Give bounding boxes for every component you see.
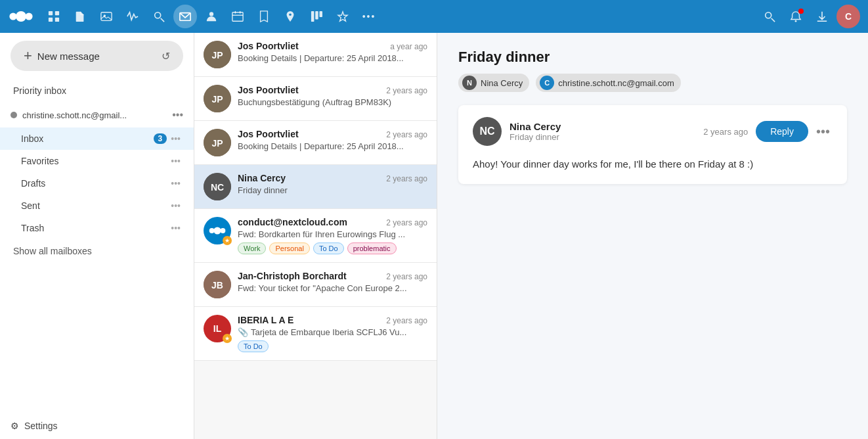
priority-inbox-label: Priority inbox	[13, 85, 66, 96]
avatar: IL ★	[204, 315, 231, 342]
sidebar-item-drafts[interactable]: Drafts •••	[0, 172, 194, 195]
email-time: 2 years ago	[386, 218, 427, 227]
new-message-button[interactable]: + New message ↺	[11, 41, 183, 71]
search-icon[interactable]	[147, 5, 171, 28]
email-list: JP Jos Poortvliet a year ago Booking Det…	[194, 33, 437, 439]
svg-point-33	[209, 228, 215, 233]
email-time: 2 years ago	[386, 174, 427, 183]
mail-icon[interactable]	[173, 5, 197, 28]
priority-inbox-item[interactable]: Priority inbox	[0, 79, 194, 103]
trash-label: Trash	[21, 223, 44, 233]
recipient-avatar-christine: C	[540, 76, 554, 90]
inbox-label: Inbox	[21, 133, 43, 144]
email-time: 2 years ago	[386, 130, 427, 139]
user-avatar[interactable]: C	[836, 5, 860, 28]
deck-icon[interactable]	[305, 5, 328, 28]
email-subject: Fwd: Bordkarten für Ihren Eurowings Flug…	[238, 229, 427, 239]
svg-rect-19	[315, 11, 318, 20]
notes-icon[interactable]	[252, 5, 276, 28]
email-item[interactable]: NC Nina Cercy 2 years ago Friday dinner	[194, 165, 437, 209]
assistant-icon[interactable]	[331, 5, 355, 28]
tag-problematic[interactable]: problematic	[347, 243, 397, 254]
favorites-more-icon[interactable]: •••	[171, 156, 181, 166]
message-body: Ahoy! Your dinner day works for me, I'll…	[473, 156, 833, 172]
more-apps-icon[interactable]: •••	[357, 5, 381, 28]
recipient-email-christine: christine.schott.nc@gmail.com	[558, 78, 674, 88]
svg-point-12	[209, 12, 213, 16]
nextcloud-logo[interactable]	[8, 7, 34, 26]
trash-more-icon[interactable]: •••	[171, 223, 181, 233]
tag-todo[interactable]: To Do	[238, 340, 269, 352]
svg-line-22	[771, 18, 775, 22]
email-item[interactable]: JP Jos Poortvliet 2 years ago Buchungsbe…	[194, 77, 437, 121]
email-sender: Jos Poortvliet	[238, 85, 299, 95]
inbox-more-icon[interactable]: •••	[171, 133, 181, 144]
sidebar-item-favorites[interactable]: Favorites •••	[0, 150, 194, 172]
email-subject: Booking Details | Departure: 25 April 20…	[238, 53, 427, 63]
svg-rect-5	[49, 18, 53, 22]
inbox-badge: 3	[154, 133, 167, 144]
notification-icon[interactable]	[784, 5, 808, 28]
tag-personal[interactable]: Personal	[269, 243, 309, 254]
reply-button[interactable]: Reply	[756, 121, 808, 142]
settings-label: Settings	[24, 421, 58, 431]
svg-rect-18	[311, 11, 315, 22]
email-item[interactable]: ★ conduct@nextcloud.com 2 years ago Fwd:…	[194, 209, 437, 263]
svg-point-1	[16, 11, 26, 22]
settings-gear-icon: ⚙	[11, 421, 19, 431]
svg-rect-4	[55, 11, 59, 15]
contacts-icon[interactable]	[200, 5, 223, 28]
svg-point-2	[25, 12, 32, 20]
new-message-label: New message	[37, 51, 100, 62]
recipient-name-nina: Nina Cercy	[481, 78, 523, 88]
recipient-christine: C christine.schott.nc@gmail.com	[536, 74, 680, 92]
svg-point-35	[220, 228, 225, 233]
more-actions-button[interactable]: •••	[814, 122, 833, 142]
tag-work[interactable]: Work	[238, 243, 266, 254]
show-all-mailboxes-link[interactable]: Show all mailboxes	[0, 239, 194, 263]
detail-recipients: N Nina Cercy C christine.schott.nc@gmail…	[458, 74, 847, 92]
settings-item[interactable]: ⚙ Settings	[0, 413, 194, 439]
files-icon[interactable]	[68, 5, 92, 28]
refresh-icon[interactable]: ↺	[162, 50, 170, 62]
grid-icon[interactable]	[42, 5, 66, 28]
email-sender: Jos Poortvliet	[238, 41, 299, 51]
email-time: 2 years ago	[386, 86, 427, 95]
svg-text:JB: JB	[211, 280, 223, 290]
svg-text:JP: JP	[211, 94, 223, 104]
svg-rect-20	[320, 11, 323, 17]
attachment-icon: 📎	[238, 327, 248, 337]
avatar: ★	[204, 217, 231, 244]
email-subject: Booking Details | Departure: 25 April 20…	[238, 141, 427, 151]
email-item[interactable]: JP Jos Poortvliet a year ago Booking Det…	[194, 33, 437, 77]
recipient-nina: N Nina Cercy	[458, 74, 529, 92]
svg-point-9	[155, 12, 161, 18]
sidebar-item-inbox[interactable]: Inbox 3 •••	[0, 127, 194, 150]
email-item[interactable]: JB Jan-Christoph Borchardt 2 years ago F…	[194, 263, 437, 307]
account-more-icon[interactable]: •••	[172, 109, 183, 121]
download-icon[interactable]	[810, 5, 834, 28]
avatar: NC	[204, 173, 231, 200]
favorites-label: Favorites	[21, 156, 59, 166]
sent-more-icon[interactable]: •••	[171, 200, 181, 211]
sidebar-item-trash[interactable]: Trash •••	[0, 217, 194, 239]
email-item[interactable]: IL ★ IBERIA L A E 2 years ago 📎Tarjeta d…	[194, 307, 437, 361]
email-item[interactable]: JP Jos Poortvliet 2 years ago Booking De…	[194, 121, 437, 165]
account-item[interactable]: christine.schott.nc@gmail... •••	[0, 103, 194, 127]
email-sender: IBERIA L A E	[238, 315, 293, 325]
svg-line-10	[161, 18, 164, 22]
maps-icon[interactable]	[278, 5, 302, 28]
svg-text:NC: NC	[211, 182, 224, 193]
detail-subject: Friday dinner	[458, 49, 847, 66]
svg-rect-13	[232, 12, 243, 22]
svg-point-34	[213, 227, 221, 234]
photos-icon[interactable]	[95, 5, 118, 28]
sidebar-item-sent[interactable]: Sent •••	[0, 195, 194, 217]
calendar-icon[interactable]	[226, 5, 250, 28]
tag-todo[interactable]: To Do	[313, 243, 344, 254]
search-top-icon[interactable]	[758, 5, 781, 28]
drafts-more-icon[interactable]: •••	[171, 178, 181, 189]
svg-text:JP: JP	[211, 138, 223, 149]
avatar: JP	[204, 41, 231, 68]
activity-icon[interactable]	[121, 5, 144, 28]
